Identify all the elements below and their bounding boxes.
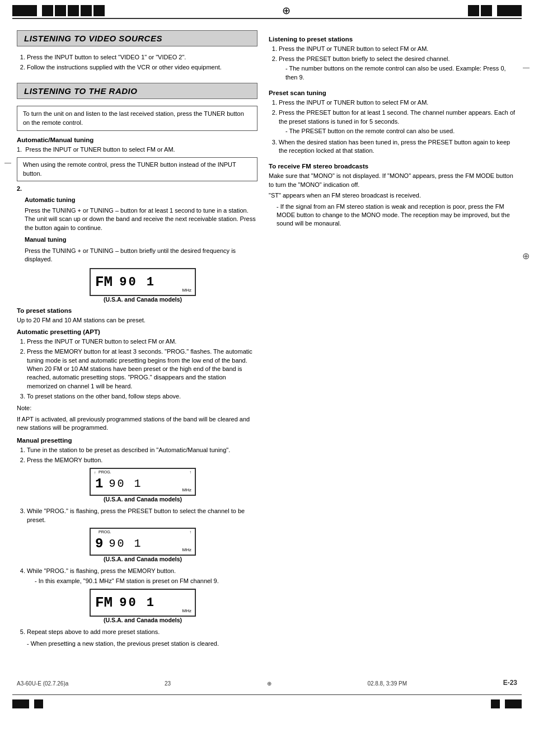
indent-note-box: When using the remote control, press the…	[17, 157, 257, 181]
section2-title-box: LISTENING TO THE RADIO	[17, 83, 257, 99]
note-text: If APT is activated, all previously prog…	[17, 415, 257, 433]
header-block-r3	[497, 5, 522, 16]
section1-item-2: Follow the instructions supplied with th…	[27, 63, 257, 72]
footer-block-r2	[505, 699, 522, 708]
preset-scan-title: Preset scan tuning	[269, 90, 517, 96]
display2-container: ↑ PROG. 1 90 1 ↑ MHz (U.S.A. and Canada …	[39, 468, 246, 503]
display2-freq: 90 1	[109, 477, 142, 491]
footer-left-text: A3-60U-E (02.7.26)a	[17, 680, 68, 687]
section2-note-box: To turn the unit on and listen to the la…	[17, 106, 257, 131]
footer-crosshair: ⊕	[267, 680, 271, 687]
display4-caption: (U.S.A. and Canada models)	[39, 617, 246, 623]
footer-block-l2	[34, 699, 43, 708]
fm-stereo-section: To receive FM stereo broadcasts Make sur…	[269, 163, 517, 228]
fm-stereo-text1: Make sure that "MONO" is not displayed. …	[269, 172, 517, 189]
scan-step1: Press the INPUT or TUNER button to selec…	[279, 98, 517, 107]
indent-note: When using the remote control, press the…	[23, 161, 236, 176]
preset-scan-list: Press the INPUT or TUNER button to selec…	[269, 98, 517, 155]
page: ⊕ — — LISTENING TO VIDEO SOURCES Press t…	[0, 0, 534, 756]
fm-stereo-text2: "ST" appears when an FM stereo broadcast…	[269, 191, 517, 200]
display3-prog-right: ↑	[190, 530, 192, 534]
header-block-r1	[468, 5, 479, 16]
step5: Repeat steps above to add more preset st…	[27, 628, 257, 636]
header-blocks-right	[468, 5, 522, 16]
display3-caption: (U.S.A. and Canada models)	[39, 556, 246, 562]
step5-list: Repeat steps above to add more preset st…	[17, 628, 257, 636]
display3: PROG. 9 90 1 ↑ MHz	[90, 528, 196, 556]
scan-bullet: The PRESET button on the remote control …	[285, 127, 517, 135]
display1-freq: 90 1	[119, 275, 156, 289]
fm-stereo-bullet-list: If the signal from an FM stereo station …	[269, 203, 517, 228]
listening-preset-list: Press the INPUT or TUNER button to selec…	[269, 45, 517, 82]
listening-step1: Press the INPUT or TUNER button to selec…	[279, 45, 517, 53]
header-block-3	[55, 5, 66, 16]
step4-detail: In this example, "90.1 MHz" FM station i…	[27, 577, 257, 585]
manual-step2: Press the MEMORY button.	[27, 456, 257, 464]
content-area: LISTENING TO VIDEO SOURCES Press the INP…	[0, 19, 534, 662]
note-label: Note:	[17, 404, 257, 412]
section2-note: To turn the unit on and listen to the la…	[23, 110, 244, 125]
listening-preset-title: Listening to preset stations	[269, 36, 517, 43]
apt-step1: Press the INPUT or TUNER button to selec…	[27, 337, 257, 346]
manual-step1: Tune in the station to be preset as desc…	[27, 446, 257, 454]
header-block-4	[68, 5, 79, 16]
display1: FM 90 1 MHz	[90, 268, 196, 296]
header-crosshair: ⊕	[282, 4, 291, 17]
left-column: LISTENING TO VIDEO SOURCES Press the INP…	[17, 30, 257, 651]
header-block-2	[42, 5, 53, 16]
display3-container: PROG. 9 90 1 ↑ MHz (U.S.A. and Canada mo…	[39, 528, 246, 562]
auto-tuning-title: Automatic tuning	[17, 196, 257, 204]
section1-title: LISTENING TO VIDEO SOURCES	[24, 34, 162, 43]
listening-bullet-list: The number buttons on the remote control…	[279, 64, 517, 82]
scan-step2: Press the PRESET button for at least 1 s…	[279, 109, 517, 135]
display4-freq: 90 1	[119, 596, 156, 610]
manual-preset-list2: While "PROG." is flashing, press the PRE…	[17, 507, 257, 524]
listening-bullet: The number buttons on the remote control…	[285, 64, 517, 82]
display3-channel: 9	[95, 536, 103, 551]
display4-container: FM 90 1 MHz (U.S.A. and Canada models)	[39, 589, 246, 623]
section1-list: Press the INPUT button to select "VIDEO …	[17, 53, 257, 72]
step5-bullet-list: When presetting a new station, the previ…	[17, 640, 257, 648]
apt-step2: Press the MEMORY button for at least 3 s…	[27, 348, 257, 391]
display2: ↑ PROG. 1 90 1 ↑ MHz	[90, 468, 196, 496]
left-margin-mark: —	[4, 159, 11, 167]
display3-freq: 90 1	[109, 537, 142, 550]
step5-bullet: When presetting a new station, the previ…	[27, 640, 257, 648]
auto-manual-title: Automatic/Manual tuning	[17, 137, 257, 143]
scan-bullet-list: The PRESET button on the remote control …	[279, 127, 517, 135]
step4-indent: In this example, "90.1 MHz" FM station i…	[35, 577, 257, 585]
auto-manual-step1: 1. Press the INPUT or TUNER button to se…	[17, 145, 257, 154]
to-preset-title: To preset stations	[17, 307, 257, 314]
apt-list: Press the INPUT or TUNER button to selec…	[17, 337, 257, 401]
section1-item-1: Press the INPUT button to select "VIDEO …	[27, 53, 257, 62]
manual-tuning-title: Manual tuning	[17, 236, 257, 244]
apt-title: Automatic presetting (APT)	[17, 328, 257, 335]
step2: 2.	[17, 185, 257, 193]
display4: FM 90 1 MHz	[90, 589, 196, 617]
to-preset-intro: Up to 20 FM and 10 AM stations can be pr…	[17, 316, 257, 325]
listening-preset-section: Listening to preset stations Press the I…	[269, 36, 517, 82]
fm-stereo-bullet: If the signal from an FM stereo station …	[277, 203, 517, 228]
footer-block-l1	[12, 699, 29, 708]
right-column: Listening to preset stations Press the I…	[269, 30, 517, 651]
manual-preset-list3: While "PROG." is flashing, press the MEM…	[17, 567, 257, 585]
display1-container: FM 90 1 MHz (U.S.A. and Canada models)	[39, 268, 246, 303]
section2-title: LISTENING TO THE RADIO	[24, 86, 137, 96]
footer: A3-60U-E (02.7.26)a 23 ⊕ 02.8.8, 3:39 PM…	[0, 673, 534, 694]
display1-fm: FM	[95, 275, 113, 289]
listening-step2: Press the PRESET button briefly to selec…	[279, 55, 517, 82]
display2-caption: (U.S.A. and Canada models)	[39, 496, 246, 503]
header-block-r2	[481, 5, 492, 16]
display1-caption: (U.S.A. and Canada models)	[39, 296, 246, 303]
footer-blocks-left	[12, 699, 43, 708]
apt-step2-extra: When 20 FM or 10 AM stations have been p…	[27, 365, 242, 389]
footer-center-text: 23	[165, 680, 171, 687]
display1-mhz: MHz	[182, 288, 191, 293]
section1-title-box: LISTENING TO VIDEO SOURCES	[17, 30, 257, 46]
display2-prog-label: PROG.	[99, 470, 111, 474]
auto-tuning-text: Press the TUNING + or TUNING – button fo…	[17, 206, 257, 232]
manual-preset-list: Tune in the station to be preset as desc…	[17, 446, 257, 465]
display3-prog-label: PROG.	[99, 530, 111, 534]
header-blocks-left	[12, 5, 105, 16]
header-block-6	[93, 5, 105, 16]
